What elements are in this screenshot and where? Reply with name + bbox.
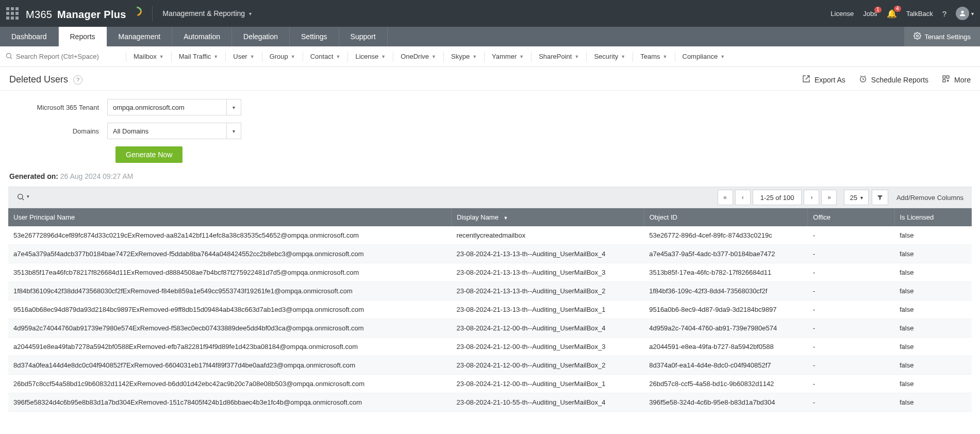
export-icon — [802, 75, 810, 85]
navitem-label: Contact — [310, 53, 334, 60]
notifications-badge: 4 — [894, 6, 901, 12]
col-header-office[interactable]: Office — [808, 208, 894, 226]
table-search-icon[interactable]: ▾ — [16, 193, 29, 203]
filter-button[interactable] — [872, 190, 888, 205]
tenant-dropdown[interactable]: ompqa.onmicrosoft.com ▾ — [107, 99, 241, 115]
navitem-sharepoint[interactable]: SharePoint▼ — [539, 53, 579, 60]
divider — [152, 6, 153, 21]
search-icon — [5, 52, 13, 61]
navitem-label: Mailbox — [134, 53, 157, 60]
cell-office: - — [808, 356, 894, 375]
cell-licensed: false — [894, 393, 972, 412]
table-row[interactable]: 8d374a0fea144d4e8dc0c04f940852f7ExRemove… — [8, 356, 972, 375]
tenant-settings-button[interactable]: Tenant Settings — [904, 27, 980, 46]
navitem-mailbox[interactable]: Mailbox▼ — [134, 53, 164, 60]
help-icon[interactable]: ? — [942, 9, 946, 18]
cell-upn: 396f5e58324d4c6b95e8b83d1a7bd304ExRemove… — [8, 393, 452, 412]
cell-obj: 3513b85f-17ea-46fc-b782-17f826684d11 — [644, 263, 808, 282]
divider — [171, 52, 172, 62]
table-body: 53e26772896d4cef89fc874d33c0219cExRemove… — [8, 226, 972, 412]
navitem-security[interactable]: Security▼ — [594, 53, 625, 60]
license-link[interactable]: License — [830, 10, 854, 18]
tab-settings[interactable]: Settings — [290, 27, 339, 46]
export-as-button[interactable]: Export As — [802, 75, 845, 85]
table-row[interactable]: 53e26772896d4cef89fc874d33c0219cExRemove… — [8, 226, 972, 245]
per-page-value: 25 — [850, 194, 857, 202]
table-row[interactable]: a7e45a379a5f4adcb377b0184bae7472ExRemove… — [8, 245, 972, 263]
chevron-down-icon[interactable]: ▾ — [226, 99, 241, 115]
divider — [531, 52, 531, 62]
jobs-link[interactable]: Jobs 1 — [863, 10, 877, 18]
domains-label: Domains — [9, 127, 107, 135]
navitem-label: Yammer — [492, 53, 517, 60]
table-row[interactable]: 9516a0b68ec94d879da93d2184bc9897ExRemove… — [8, 301, 972, 319]
table-row[interactable]: 4d959a2c74044760ab91739e7980e574ExRemove… — [8, 319, 972, 338]
table-row[interactable]: 3513b85f17ea46fcb78217f826684d11ExRemove… — [8, 263, 972, 282]
domains-dropdown[interactable]: All Domains ▾ — [107, 123, 241, 139]
navitem-mail-traffic[interactable]: Mail Traffic▼ — [179, 53, 219, 60]
domains-value: All Domains — [108, 127, 226, 135]
cell-office: - — [808, 319, 894, 338]
tab-reports[interactable]: Reports — [59, 27, 107, 46]
talkback-link[interactable]: TalkBack — [906, 10, 933, 18]
cell-display: 23-08-2024-21-13-13-th--Auditing_UserMai… — [452, 263, 644, 282]
chevron-down-icon: ▾ — [860, 195, 863, 201]
per-page-dropdown[interactable]: 25 ▾ — [844, 190, 868, 205]
cell-office: - — [808, 375, 894, 393]
table-row[interactable]: 1f84bf36109c42f38dd473568030cf2fExRemove… — [8, 282, 972, 301]
navitem-teams[interactable]: Teams▼ — [640, 53, 667, 60]
tab-delegation[interactable]: Delegation — [232, 27, 290, 46]
generate-now-button[interactable]: Generate Now — [115, 146, 182, 163]
tab-dashboard[interactable]: Dashboard — [0, 27, 59, 46]
cell-licensed: false — [894, 263, 972, 282]
last-page-button[interactable]: » — [821, 190, 837, 205]
help-icon[interactable]: ? — [73, 75, 82, 85]
chevron-down-icon: ▼ — [663, 54, 668, 59]
add-remove-columns-link[interactable]: Add/Remove Columns — [896, 194, 967, 202]
tab-automation[interactable]: Automation — [172, 27, 232, 46]
filters: Microsoft 365 Tenant ompqa.onmicrosoft.c… — [0, 91, 980, 167]
tab-management[interactable]: Management — [107, 27, 173, 46]
navitem-label: Mail Traffic — [179, 53, 211, 60]
navitem-skype[interactable]: Skype▼ — [451, 53, 477, 60]
domains-filter-row: Domains All Domains ▾ — [9, 123, 971, 139]
cell-display: recentlycreatedmailbox — [452, 226, 644, 245]
first-page-button[interactable]: « — [718, 190, 733, 205]
navitem-group[interactable]: Group▼ — [270, 53, 295, 60]
notifications-button[interactable]: 🔔 4 — [887, 9, 897, 19]
cell-obj: 396f5e58-324d-4c6b-95e8-b83d1a7bd304 — [644, 393, 808, 412]
prev-page-button[interactable]: ‹ — [735, 190, 751, 205]
tab-support[interactable]: Support — [339, 27, 388, 46]
navitem-onedrive[interactable]: OneDrive▼ — [401, 53, 436, 60]
table-row[interactable]: 396f5e58324d4c6b95e8b83d1a7bd304ExRemove… — [8, 393, 972, 412]
navitem-user[interactable]: User▼ — [233, 53, 254, 60]
more-button[interactable]: More — [942, 75, 971, 85]
col-header-display[interactable]: Display Name ▼ — [452, 208, 644, 226]
apps-launcher-icon[interactable] — [6, 7, 19, 20]
navitem-compliance[interactable]: Compliance▼ — [683, 53, 725, 60]
table-row[interactable]: a2044591e8ea49fab7278a5942bf0588ExRemove… — [8, 338, 972, 356]
navitem-label: Compliance — [683, 53, 718, 60]
table-row[interactable]: 26bd57c8ccf54a58bd1c9b60832d1142ExRemove… — [8, 375, 972, 393]
navitem-license[interactable]: License▼ — [355, 53, 386, 60]
col-header-licensed[interactable]: Is Licensed — [894, 208, 972, 226]
col-header-objectid[interactable]: Object ID — [644, 208, 808, 226]
secondary-nav: Mailbox▼Mail Traffic▼User▼Group▼Contact▼… — [0, 46, 980, 67]
breadcrumb-dropdown[interactable]: Management & Reporting ▾ — [163, 9, 252, 18]
user-menu[interactable]: ▾ — [956, 7, 974, 20]
divider — [347, 52, 348, 62]
search-report-input[interactable] — [16, 53, 109, 60]
next-page-button[interactable]: › — [804, 190, 819, 205]
cell-display: 23-08-2024-21-13-13-th--Auditing_UserMai… — [452, 282, 644, 301]
col-header-upn[interactable]: User Principal Name — [8, 208, 452, 226]
cell-display: 23-08-2024-21-13-13-th--Auditing_UserMai… — [452, 245, 644, 263]
schedule-reports-button[interactable]: Schedule Reports — [859, 75, 928, 85]
navitem-label: Teams — [640, 53, 660, 60]
navitem-contact[interactable]: Contact▼ — [310, 53, 341, 60]
chevron-down-icon: ▼ — [159, 54, 164, 59]
navitem-yammer[interactable]: Yammer▼ — [492, 53, 524, 60]
cell-display: 23-08-2024-21-12-00-th--Auditing_UserMai… — [452, 375, 644, 393]
svg-line-3 — [10, 57, 12, 59]
tenant-value: ompqa.onmicrosoft.com — [108, 104, 226, 111]
chevron-down-icon[interactable]: ▾ — [226, 123, 241, 139]
